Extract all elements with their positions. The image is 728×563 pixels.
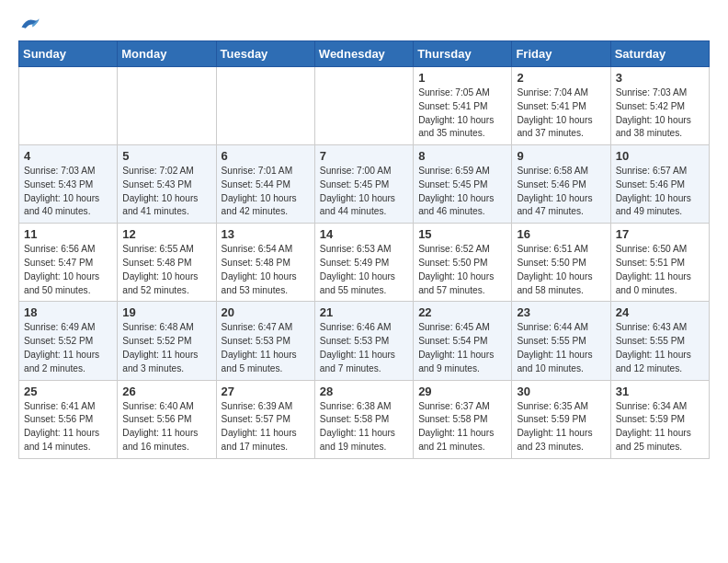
day-number: 19 [122, 305, 210, 319]
day-info: Sunrise: 6:47 AM Sunset: 5:53 PM Dayligh… [222, 321, 310, 375]
day-number: 15 [418, 227, 506, 241]
calendar-cell: 16Sunrise: 6:51 AM Sunset: 5:50 PM Dayli… [512, 224, 610, 302]
day-number: 7 [320, 149, 408, 163]
day-info: Sunrise: 7:01 AM Sunset: 5:44 PM Dayligh… [222, 165, 310, 219]
day-number: 9 [517, 149, 605, 163]
day-info: Sunrise: 6:56 AM Sunset: 5:47 PM Dayligh… [24, 243, 112, 297]
calendar-cell: 17Sunrise: 6:50 AM Sunset: 5:51 PM Dayli… [610, 224, 709, 302]
day-number: 29 [418, 385, 506, 398]
calendar-cell: 19Sunrise: 6:48 AM Sunset: 5:52 PM Dayli… [118, 302, 216, 380]
calendar-cell: 30Sunrise: 6:35 AM Sunset: 5:59 PM Dayli… [512, 380, 610, 458]
day-info: Sunrise: 6:40 AM Sunset: 5:56 PM Dayligh… [122, 400, 210, 454]
calendar-cell: 5Sunrise: 7:02 AM Sunset: 5:43 PM Daylig… [118, 145, 216, 224]
calendar-cell: 11Sunrise: 6:56 AM Sunset: 5:47 PM Dayli… [19, 224, 118, 302]
calendar-cell: 22Sunrise: 6:45 AM Sunset: 5:54 PM Dayli… [414, 302, 512, 380]
calendar-cell: 7Sunrise: 7:00 AM Sunset: 5:45 PM Daylig… [314, 145, 413, 224]
day-info: Sunrise: 7:04 AM Sunset: 5:41 PM Dayligh… [517, 86, 605, 141]
day-number: 28 [320, 385, 408, 398]
calendar-cell: 1Sunrise: 7:05 AM Sunset: 5:41 PM Daylig… [414, 67, 512, 145]
day-info: Sunrise: 6:50 AM Sunset: 5:51 PM Dayligh… [616, 243, 704, 297]
calendar-cell: 25Sunrise: 6:41 AM Sunset: 5:56 PM Dayli… [19, 380, 118, 458]
calendar-cell: 6Sunrise: 7:01 AM Sunset: 5:44 PM Daylig… [216, 145, 314, 224]
day-info: Sunrise: 7:02 AM Sunset: 5:43 PM Dayligh… [122, 165, 210, 219]
day-info: Sunrise: 6:35 AM Sunset: 5:59 PM Dayligh… [517, 400, 605, 454]
day-info: Sunrise: 6:49 AM Sunset: 5:52 PM Dayligh… [24, 321, 112, 375]
day-info: Sunrise: 6:55 AM Sunset: 5:48 PM Dayligh… [122, 243, 210, 297]
day-number: 20 [222, 305, 310, 319]
calendar-cell: 18Sunrise: 6:49 AM Sunset: 5:52 PM Dayli… [19, 302, 118, 380]
calendar-cell: 13Sunrise: 6:54 AM Sunset: 5:48 PM Dayli… [216, 224, 314, 302]
day-number: 1 [418, 71, 506, 85]
calendar-week-row: 25Sunrise: 6:41 AM Sunset: 5:56 PM Dayli… [19, 380, 710, 458]
day-number: 11 [24, 227, 112, 241]
calendar-week-row: 4Sunrise: 7:03 AM Sunset: 5:43 PM Daylig… [19, 145, 710, 224]
day-info: Sunrise: 6:51 AM Sunset: 5:50 PM Dayligh… [517, 243, 605, 297]
day-number: 18 [24, 305, 112, 319]
calendar-cell: 4Sunrise: 7:03 AM Sunset: 5:43 PM Daylig… [19, 145, 118, 224]
day-number: 30 [517, 385, 605, 398]
logo-bird-icon [20, 15, 40, 31]
day-info: Sunrise: 6:34 AM Sunset: 5:59 PM Dayligh… [616, 400, 704, 454]
day-number: 8 [418, 149, 506, 163]
logo [18, 15, 40, 31]
calendar-cell: 9Sunrise: 6:58 AM Sunset: 5:46 PM Daylig… [512, 145, 610, 224]
calendar-cell [216, 67, 314, 145]
weekday-header-sunday: Sunday [19, 41, 118, 67]
day-info: Sunrise: 7:03 AM Sunset: 5:43 PM Dayligh… [24, 165, 112, 219]
calendar-cell: 21Sunrise: 6:46 AM Sunset: 5:53 PM Dayli… [314, 302, 413, 380]
calendar-cell [19, 67, 118, 145]
day-number: 5 [122, 149, 210, 163]
day-info: Sunrise: 7:05 AM Sunset: 5:41 PM Dayligh… [418, 86, 506, 141]
day-number: 26 [122, 385, 210, 398]
day-info: Sunrise: 6:59 AM Sunset: 5:45 PM Dayligh… [418, 165, 506, 219]
day-number: 6 [222, 149, 310, 163]
day-info: Sunrise: 7:03 AM Sunset: 5:42 PM Dayligh… [616, 86, 704, 141]
day-number: 24 [616, 305, 704, 319]
calendar-table: SundayMondayTuesdayWednesdayThursdayFrid… [18, 40, 710, 459]
calendar-cell: 20Sunrise: 6:47 AM Sunset: 5:53 PM Dayli… [216, 302, 314, 380]
day-info: Sunrise: 6:45 AM Sunset: 5:54 PM Dayligh… [418, 321, 506, 375]
day-info: Sunrise: 6:57 AM Sunset: 5:46 PM Dayligh… [616, 165, 704, 219]
day-info: Sunrise: 7:00 AM Sunset: 5:45 PM Dayligh… [320, 165, 408, 219]
day-info: Sunrise: 6:58 AM Sunset: 5:46 PM Dayligh… [517, 165, 605, 219]
calendar-week-row: 1Sunrise: 7:05 AM Sunset: 5:41 PM Daylig… [19, 67, 710, 145]
day-number: 17 [616, 227, 704, 241]
calendar-cell: 2Sunrise: 7:04 AM Sunset: 5:41 PM Daylig… [512, 67, 610, 145]
day-number: 3 [616, 71, 704, 85]
weekday-header-friday: Friday [512, 41, 610, 67]
calendar-cell: 29Sunrise: 6:37 AM Sunset: 5:58 PM Dayli… [414, 380, 512, 458]
calendar-cell: 15Sunrise: 6:52 AM Sunset: 5:50 PM Dayli… [414, 224, 512, 302]
day-info: Sunrise: 6:41 AM Sunset: 5:56 PM Dayligh… [24, 400, 112, 454]
day-number: 2 [517, 71, 605, 85]
weekday-header-thursday: Thursday [414, 41, 512, 67]
day-number: 27 [222, 385, 310, 398]
calendar-cell: 12Sunrise: 6:55 AM Sunset: 5:48 PM Dayli… [118, 224, 216, 302]
calendar-cell: 14Sunrise: 6:53 AM Sunset: 5:49 PM Dayli… [314, 224, 413, 302]
day-info: Sunrise: 6:52 AM Sunset: 5:50 PM Dayligh… [418, 243, 506, 297]
day-number: 16 [517, 227, 605, 241]
calendar-cell: 3Sunrise: 7:03 AM Sunset: 5:42 PM Daylig… [610, 67, 709, 145]
day-number: 23 [517, 305, 605, 319]
calendar-cell [314, 67, 413, 145]
weekday-header-wednesday: Wednesday [314, 41, 413, 67]
day-number: 4 [24, 149, 112, 163]
day-info: Sunrise: 6:54 AM Sunset: 5:48 PM Dayligh… [222, 243, 310, 297]
day-info: Sunrise: 6:37 AM Sunset: 5:58 PM Dayligh… [418, 400, 506, 454]
calendar-week-row: 18Sunrise: 6:49 AM Sunset: 5:52 PM Dayli… [19, 302, 710, 380]
weekday-header-row: SundayMondayTuesdayWednesdayThursdayFrid… [19, 41, 710, 67]
calendar-cell [118, 67, 216, 145]
calendar-cell: 31Sunrise: 6:34 AM Sunset: 5:59 PM Dayli… [610, 380, 709, 458]
day-number: 21 [320, 305, 408, 319]
day-number: 13 [222, 227, 310, 241]
day-number: 25 [24, 385, 112, 398]
calendar-cell: 23Sunrise: 6:44 AM Sunset: 5:55 PM Dayli… [512, 302, 610, 380]
day-info: Sunrise: 6:39 AM Sunset: 5:57 PM Dayligh… [222, 400, 310, 454]
day-info: Sunrise: 6:44 AM Sunset: 5:55 PM Dayligh… [517, 321, 605, 375]
day-info: Sunrise: 6:43 AM Sunset: 5:55 PM Dayligh… [616, 321, 704, 375]
calendar-cell: 28Sunrise: 6:38 AM Sunset: 5:58 PM Dayli… [314, 380, 413, 458]
day-info: Sunrise: 6:38 AM Sunset: 5:58 PM Dayligh… [320, 400, 408, 454]
day-number: 14 [320, 227, 408, 241]
weekday-header-saturday: Saturday [610, 41, 709, 67]
calendar-cell: 27Sunrise: 6:39 AM Sunset: 5:57 PM Dayli… [216, 380, 314, 458]
calendar-cell: 10Sunrise: 6:57 AM Sunset: 5:46 PM Dayli… [610, 145, 709, 224]
